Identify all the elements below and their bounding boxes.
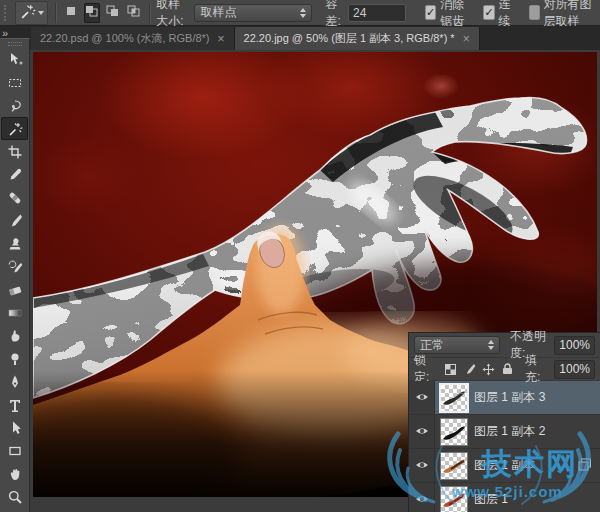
lock-position-icon[interactable] bbox=[482, 362, 496, 376]
lock-pixels-icon[interactable] bbox=[462, 362, 476, 376]
lasso-icon bbox=[7, 98, 23, 114]
layer-thumbnail[interactable] bbox=[441, 453, 467, 479]
layer-row[interactable]: 图层 1 副本 3 bbox=[409, 381, 600, 415]
tool-history-brush[interactable] bbox=[1, 255, 28, 278]
tool-clone-stamp[interactable] bbox=[1, 232, 28, 255]
layer-thumbnail[interactable] bbox=[441, 487, 467, 512]
tool-path-selection[interactable] bbox=[1, 416, 28, 439]
tool-brush[interactable] bbox=[1, 209, 28, 232]
lock-transparency-icon[interactable] bbox=[443, 362, 457, 376]
tool-hand[interactable] bbox=[1, 462, 28, 485]
visibility-toggle[interactable] bbox=[409, 483, 435, 512]
current-tool-button[interactable] bbox=[15, 1, 48, 25]
tools-panel-grip[interactable] bbox=[8, 42, 22, 46]
eraser-icon bbox=[7, 282, 23, 298]
marquee-icon bbox=[7, 75, 23, 91]
visibility-toggle[interactable] bbox=[409, 381, 435, 414]
photoshop-window: 取样大小: 取样点 容差: ✓ 消除锯齿 ✓ 连续 对所有图层取样 » 22.2… bbox=[0, 0, 600, 512]
checkbox-unchecked-icon bbox=[529, 5, 539, 20]
subtract-from-selection-button[interactable] bbox=[105, 3, 121, 23]
tool-shape[interactable] bbox=[1, 439, 28, 462]
layer-name: 图层 1 bbox=[474, 491, 508, 508]
layer-thumbnail[interactable] bbox=[441, 419, 467, 445]
brush-icon bbox=[7, 213, 23, 229]
tab-22-20-psd[interactable]: 22.20.psd @ 100% (水滴, RGB/8*) × bbox=[31, 27, 235, 50]
tab-22-20-jpg[interactable]: 22.20.jpg @ 50% (图层 1 副本 3, RGB/8*) * × bbox=[235, 27, 480, 50]
eye-icon bbox=[415, 459, 429, 473]
tool-move[interactable] bbox=[1, 48, 28, 71]
stepper-icon bbox=[300, 8, 306, 18]
crop-icon bbox=[7, 144, 23, 160]
layer-row[interactable]: 图层 1 副本 2 bbox=[409, 415, 600, 449]
type-icon bbox=[7, 397, 23, 413]
healing-brush-icon bbox=[7, 190, 23, 206]
layer-name: 图层 1 副本 3 bbox=[474, 389, 545, 406]
tool-lasso[interactable] bbox=[1, 94, 28, 117]
opacity-value[interactable]: 100% bbox=[554, 336, 595, 355]
layer-row[interactable]: 图层 1 副本 bbox=[409, 449, 600, 483]
separator bbox=[149, 3, 150, 23]
tool-dodge[interactable] bbox=[1, 347, 28, 370]
eyedropper-icon bbox=[7, 167, 23, 183]
gradient-icon bbox=[7, 305, 23, 321]
dodge-icon bbox=[7, 351, 23, 367]
document-tab-bar: » 22.20.psd @ 100% (水滴, RGB/8*) × 22.20.… bbox=[0, 26, 600, 50]
close-icon[interactable]: × bbox=[463, 32, 470, 46]
sample-size-dropdown-value: 取样点 bbox=[200, 4, 236, 21]
hand-icon bbox=[7, 466, 23, 482]
blend-mode-value: 正常 bbox=[420, 337, 444, 354]
layer-name: 图层 1 副本 2 bbox=[474, 423, 545, 440]
tool-smudge[interactable] bbox=[1, 324, 28, 347]
new-selection-icon bbox=[63, 4, 79, 21]
layer-thumbnail[interactable] bbox=[441, 385, 467, 411]
fill-value[interactable]: 100% bbox=[554, 360, 595, 379]
eye-icon bbox=[415, 391, 429, 405]
tool-gradient[interactable] bbox=[1, 301, 28, 324]
tool-zoom[interactable] bbox=[1, 485, 28, 508]
path-selection-icon bbox=[7, 420, 23, 436]
subtract-from-selection-icon bbox=[105, 4, 121, 21]
sample-size-dropdown[interactable]: 取样点 bbox=[194, 4, 312, 22]
options-bar: 取样大小: 取样点 容差: ✓ 消除锯齿 ✓ 连续 对所有图层取样 bbox=[0, 0, 600, 26]
intersect-selection-icon bbox=[126, 4, 142, 21]
close-icon[interactable]: × bbox=[218, 32, 225, 46]
new-selection-button[interactable] bbox=[63, 3, 79, 23]
tool-crop[interactable] bbox=[1, 140, 28, 163]
tools-panel bbox=[0, 38, 30, 512]
tool-preset-caret-icon bbox=[38, 11, 44, 15]
eye-icon bbox=[415, 425, 429, 439]
tab-title: 22.20.psd @ 100% (水滴, RGB/8*) bbox=[40, 31, 210, 46]
smudge-icon bbox=[7, 328, 23, 344]
tool-pen[interactable] bbox=[1, 370, 28, 393]
visibility-toggle[interactable] bbox=[409, 449, 435, 482]
tool-rectangular-marquee[interactable] bbox=[1, 71, 28, 94]
checkbox-checked-icon: ✓ bbox=[483, 5, 494, 20]
tool-magic-wand[interactable] bbox=[1, 117, 28, 140]
tab-title: 22.20.jpg @ 50% (图层 1 副本 3, RGB/8*) * bbox=[244, 31, 455, 46]
visibility-toggle[interactable] bbox=[409, 415, 435, 448]
tool-eyedropper[interactable] bbox=[1, 163, 28, 186]
magic-wand-icon bbox=[7, 121, 23, 137]
checkbox-checked-icon: ✓ bbox=[425, 5, 436, 20]
tool-eraser[interactable] bbox=[1, 278, 28, 301]
stepper-icon bbox=[488, 340, 494, 350]
add-to-selection-icon bbox=[84, 4, 100, 21]
eye-icon bbox=[415, 493, 429, 507]
tolerance-input[interactable] bbox=[348, 4, 406, 22]
layer-row[interactable]: 图层 1 bbox=[409, 483, 600, 512]
separator bbox=[55, 3, 56, 23]
magic-wand-icon bbox=[19, 3, 36, 23]
zoom-icon bbox=[7, 489, 23, 505]
clone-stamp-icon bbox=[7, 236, 23, 252]
add-to-selection-button[interactable] bbox=[84, 3, 100, 23]
intersect-selection-button[interactable] bbox=[126, 3, 142, 23]
options-bar-grip[interactable] bbox=[4, 5, 8, 21]
tool-type[interactable] bbox=[1, 393, 28, 416]
history-brush-icon bbox=[7, 259, 23, 275]
pen-icon bbox=[7, 374, 23, 390]
layer-name: 图层 1 副本 bbox=[474, 457, 535, 474]
shape-icon bbox=[7, 443, 23, 459]
lock-all-icon[interactable] bbox=[501, 362, 515, 376]
tool-healing-brush[interactable] bbox=[1, 186, 28, 209]
fill-label: 填充: bbox=[525, 352, 549, 386]
